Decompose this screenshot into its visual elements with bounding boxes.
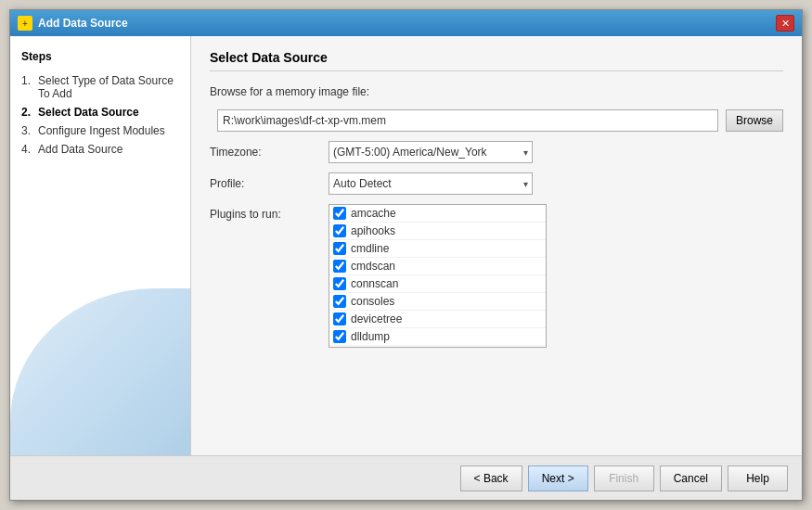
add-data-source-window: + Add Data Source ✕ Steps 1. Select Type… <box>9 9 803 501</box>
next-button[interactable]: Next > <box>528 465 588 491</box>
plugin-name: cmdscan <box>351 260 395 273</box>
sidebar-background <box>10 288 190 455</box>
step-4: 4. Add Data Source <box>21 143 179 156</box>
list-item[interactable]: consoles <box>329 293 546 311</box>
list-item[interactable]: cmdline <box>329 240 546 258</box>
steps-list: 1. Select Type of Data Source To Add 2. … <box>21 74 179 156</box>
main-panel: Select Data Source Browse for a memory i… <box>191 36 802 455</box>
list-item[interactable]: devicetree <box>329 311 546 328</box>
finish-button[interactable]: Finish <box>594 465 654 491</box>
title-bar: + Add Data Source ✕ <box>10 10 802 36</box>
step-4-number: 4. <box>21 143 34 156</box>
window-title: Add Data Source <box>38 17 128 30</box>
plugin-checkbox[interactable] <box>333 207 346 220</box>
timezone-select[interactable]: (GMT-5:00) America/New_York <box>329 141 533 163</box>
back-button[interactable]: < Back <box>460 465 522 491</box>
plugin-name: amcache <box>351 207 396 220</box>
title-bar-left: + Add Data Source <box>18 16 128 31</box>
window-icon: + <box>18 16 32 31</box>
step-2-label: Select Data Source <box>38 106 139 119</box>
plugin-checkbox[interactable] <box>333 260 346 273</box>
step-3-label: Configure Ingest Modules <box>38 124 165 137</box>
list-item[interactable]: amcache <box>329 205 546 223</box>
profile-dropdown-wrapper: Auto Detect <box>329 172 533 195</box>
file-input-row: Browse <box>210 109 783 132</box>
profile-label: Profile: <box>210 177 321 190</box>
plugin-name: connscan <box>351 277 398 290</box>
timezone-row: Timezone: (GMT-5:00) America/New_York <box>210 141 783 163</box>
list-item[interactable]: connscan <box>329 275 546 293</box>
panel-heading: Select Data Source <box>210 50 783 71</box>
timezone-dropdown-wrapper: (GMT-5:00) America/New_York <box>329 141 533 163</box>
step-4-label: Add Data Source <box>38 143 122 156</box>
bottom-bar: < Back Next > Finish Cancel Help <box>10 455 802 500</box>
step-3: 3. Configure Ingest Modules <box>21 124 179 137</box>
list-item[interactable]: dlldump <box>329 328 546 346</box>
sidebar-heading: Steps <box>21 50 179 63</box>
plugin-checkbox[interactable] <box>333 330 346 343</box>
plugin-name: cmdline <box>351 242 389 255</box>
cancel-button[interactable]: Cancel <box>660 465 722 491</box>
browse-button[interactable]: Browse <box>726 109 783 132</box>
plugin-name: apihooks <box>351 224 395 237</box>
plugin-name: consoles <box>351 295 394 308</box>
step-2: 2. Select Data Source <box>21 106 179 119</box>
step-2-number: 2. <box>21 106 34 119</box>
file-label: Browse for a memory image file: <box>210 85 369 98</box>
step-1-label: Select Type of Data Source To Add <box>38 74 179 100</box>
step-1-number: 1. <box>21 74 34 100</box>
plugin-checkbox[interactable] <box>333 224 346 237</box>
timezone-label: Timezone: <box>210 146 321 159</box>
plugins-row: Plugins to run: amcacheapihookscmdlinecm… <box>210 204 783 348</box>
file-path-input[interactable] <box>217 109 718 132</box>
content-area: Steps 1. Select Type of Data Source To A… <box>10 36 802 455</box>
list-item[interactable]: apihooks <box>329 223 546 240</box>
plugin-name: devicetree <box>351 312 402 325</box>
plugins-label: Plugins to run: <box>210 204 321 221</box>
sidebar: Steps 1. Select Type of Data Source To A… <box>10 36 191 455</box>
step-1: 1. Select Type of Data Source To Add <box>21 74 179 100</box>
profile-row: Profile: Auto Detect <box>210 172 783 195</box>
plugin-checkbox[interactable] <box>333 295 346 308</box>
close-button[interactable]: ✕ <box>776 15 794 32</box>
step-3-number: 3. <box>21 124 34 137</box>
plugin-checkbox[interactable] <box>333 277 346 290</box>
profile-select[interactable]: Auto Detect <box>329 172 533 195</box>
list-item[interactable]: cmdscan <box>329 258 546 275</box>
file-browse-row: Browse for a memory image file: <box>210 85 783 100</box>
plugins-list[interactable]: amcacheapihookscmdlinecmdscanconnscancon… <box>329 204 547 348</box>
plugin-checkbox[interactable] <box>333 242 346 255</box>
plugin-name: dlldump <box>351 330 390 343</box>
help-button[interactable]: Help <box>728 465 788 491</box>
plugin-checkbox[interactable] <box>333 312 346 325</box>
